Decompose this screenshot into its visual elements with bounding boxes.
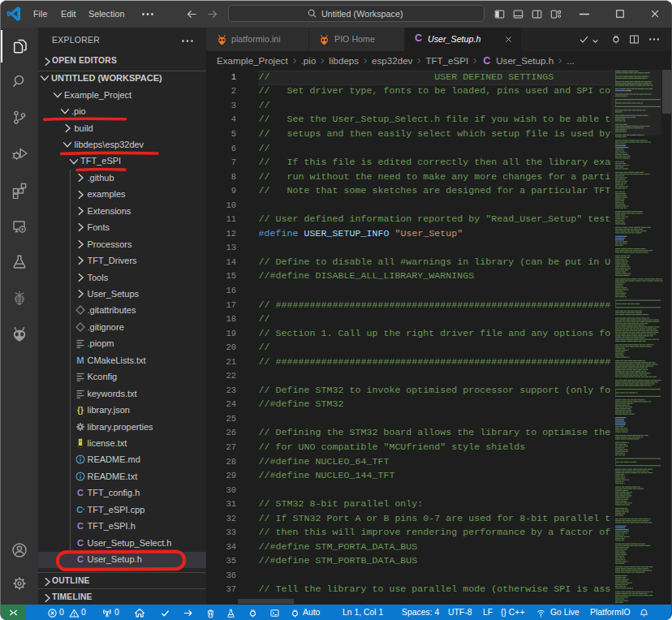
svg-text:M: M (76, 355, 84, 365)
svg-text:C: C (77, 521, 84, 531)
svg-text:C: C (77, 538, 84, 548)
svg-text:C: C (77, 488, 84, 497)
svg-text:{}: {} (77, 406, 84, 415)
svg-text:C: C (77, 554, 84, 564)
svg-text:+: + (82, 506, 85, 511)
